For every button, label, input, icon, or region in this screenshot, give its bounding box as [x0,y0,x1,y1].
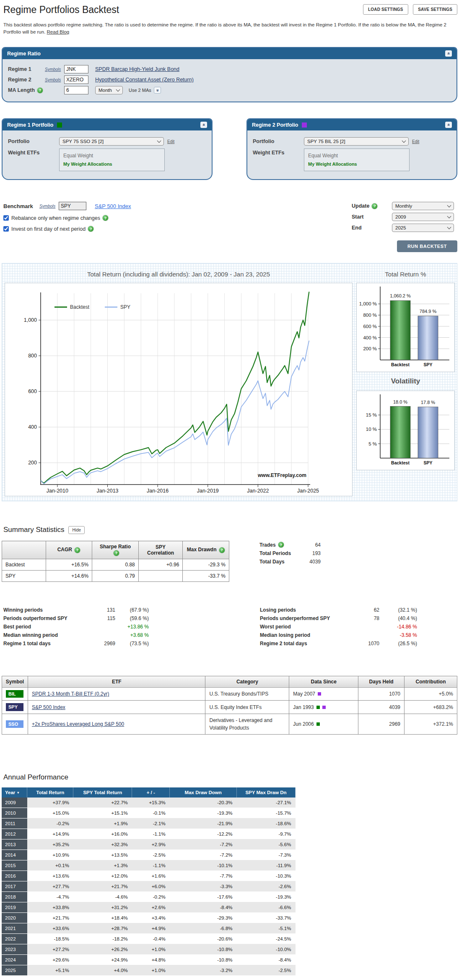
help-icon[interactable]: ? [88,226,94,232]
edit-portfolio-link[interactable]: Edit [167,139,174,144]
data-since-cell: Jun 2006 [289,714,358,734]
invest-first-day-checkbox-row[interactable]: Invest on first day of next period ? [3,226,352,232]
hide-button[interactable]: Hide [68,526,85,534]
year-cell: 2016 [2,871,27,881]
days-held-cell: 4039 [358,701,405,714]
regime2-symbol-input[interactable] [64,76,88,84]
help-icon[interactable]: ? [371,203,378,209]
benchmark-block: Benchmark Symbols S&P 500 Index Rebalanc… [2,202,352,252]
help-icon[interactable]: ? [102,215,109,221]
column-header[interactable]: Year▾ [2,787,27,798]
backtest-controls: Update? Monthly Start 2009 End 2025 RUN … [352,202,457,252]
weight-etfs-label: Weight ETFs [8,149,59,156]
year-cell: 2010 [2,808,27,818]
row-name: SPY [2,570,46,581]
portfolio-select-row: Portfolio SPY 75 BIL 25 [2] Edit [253,137,451,146]
value-cell: -0.2% [27,818,73,829]
value-cell: -2.1% [132,818,170,829]
year-cell: 2013 [2,839,27,850]
table-row: 2023+27.2%+26.2%+1.0%-10.8%-10.0% [2,944,296,954]
value-cell: +33.6% [27,923,73,933]
regime2-portfolio-body: Portfolio SPY 75 BIL 25 [2] Edit Weight … [247,130,456,179]
value-cell: -20.3% [170,798,237,808]
benchmark-etf-link[interactable]: S&P 500 Index [95,203,131,209]
help-icon[interactable]: ? [74,547,80,553]
ma-length-input[interactable] [64,86,88,94]
value-cell: -8.4% [237,954,296,965]
regime-ratio-body: Regime 1 Symbols SPDR Barcap High-Yield … [3,59,456,102]
etf-name-link[interactable]: S&P 500 Index [32,704,65,710]
regime1-etf-link[interactable]: SPDR Barcap High-Yield Junk Bond [95,66,179,72]
svg-text:600 %: 600 % [363,324,377,329]
collapse-panel-icon[interactable]: « [445,122,452,128]
update-select[interactable]: Monthly [392,202,454,210]
regime2-etf-link[interactable]: Hypothetical Constant Asset (Zero Return… [95,77,194,83]
expand-2mas-icon[interactable]: « [154,87,161,94]
table-row: 2012+14.9%+16.0%-1.1%-12.2%-9.7% [2,829,296,839]
value-cell: +24.9% [73,954,132,965]
my-weight-allocations-link[interactable]: My Weight Allocations [308,162,357,167]
value-cell: +37.9% [27,798,73,808]
read-blog-link[interactable]: Read Blog [47,29,70,34]
value-cell: +0.1% [27,860,73,871]
help-icon[interactable]: ? [37,87,43,94]
value-cell: -1.1% [132,860,170,871]
value-cell: +28.7% [73,923,132,933]
regime1-symbols-link[interactable]: Symbols [45,67,64,72]
bar-category-label: Backtest [391,460,410,465]
regime1-symbol-input[interactable] [64,65,88,73]
invest-first-day-checkbox[interactable] [3,226,9,232]
save-settings-button[interactable]: SAVE SETTINGS [413,4,457,15]
table-header-row: CAGR?Sharpe Ratio?SPY CorrelationMax Dra… [2,541,229,559]
value-cell: -21.9% [170,818,237,829]
collapse-panel-icon[interactable]: « [200,122,207,128]
ma-unit-select[interactable]: Month [95,86,123,94]
value-cell: -5.1% [237,923,296,933]
year-cell: 2022 [2,933,27,944]
end-select[interactable]: 2025 [392,224,454,232]
benchmark-symbol-input[interactable] [59,202,86,210]
etf-name-cell: SPDR 1-3 Month T-Bill ETF (0.2yr) [28,687,205,701]
benchmark-symbols-link[interactable]: Symbols [39,204,59,209]
value-cell: +22.7% [73,798,132,808]
help-icon[interactable]: ? [219,547,225,553]
regime2-portfolio-select[interactable]: SPY 75 BIL 25 [2] [304,137,409,146]
value-cell: +10.9% [27,850,73,860]
value-cell: +27.7% [27,881,73,891]
value-cell: +4.9% [132,923,170,933]
chevron-down-icon [157,139,161,143]
value-cell: -2.5% [237,965,296,975]
stat-percent: -14.86 % [379,624,417,630]
rebalance-checkbox[interactable] [3,215,9,221]
column-header: Contribution [405,676,457,687]
load-settings-button[interactable]: LOAD SETTINGS [363,4,408,15]
table-row: 2011-0.2%+1.9%-2.1%-21.9%-18.6% [2,818,296,829]
portfolio-panels-row: Regime 1 Portfolio « Portfolio SPY 75 SS… [2,118,457,180]
regime2-symbols-link[interactable]: Symbols [45,78,64,82]
edit-portfolio-link[interactable]: Edit [412,139,419,144]
rebalance-checkbox-row[interactable]: Rebalance only when regime changes ? [3,215,352,221]
etf-name-link[interactable]: +2x ProShares Leveraged Long S&P 500 [32,721,124,727]
svg-text:1,000: 1,000 [24,317,37,323]
collapse-panel-icon[interactable]: « [445,50,452,57]
end-label: End [352,225,392,231]
svg-text:800: 800 [28,353,37,359]
column-header: Max Draw Down [170,787,237,798]
regime1-portfolio-select[interactable]: SPY 75 SSO 25 [2] [59,137,164,146]
value-cell: +4.8% [132,954,170,965]
stat-number [85,624,115,630]
value-cell: +2.9% [132,839,170,850]
help-icon[interactable]: ? [113,550,119,556]
run-backtest-button[interactable]: RUN BACKTEST [397,240,457,252]
weight-box: Equal Weight My Weight Allocations [304,149,410,171]
stat-value: 0.79 [92,570,139,581]
start-row: Start 2009 [352,213,457,221]
value-cell: +32.3% [73,839,132,850]
my-weight-allocations-link[interactable]: My Weight Allocations [63,162,112,167]
start-select[interactable]: 2009 [392,213,454,221]
help-icon[interactable]: ? [278,542,284,548]
etf-name-link[interactable]: SPDR 1-3 Month T-Bill ETF (0.2yr) [32,691,109,697]
total-return-line-chart: 2004006008001,000Jan-2010Jan-2013Jan-201… [5,283,352,495]
column-header: Symbol [2,676,28,687]
chevron-down-icon: « [155,89,160,91]
